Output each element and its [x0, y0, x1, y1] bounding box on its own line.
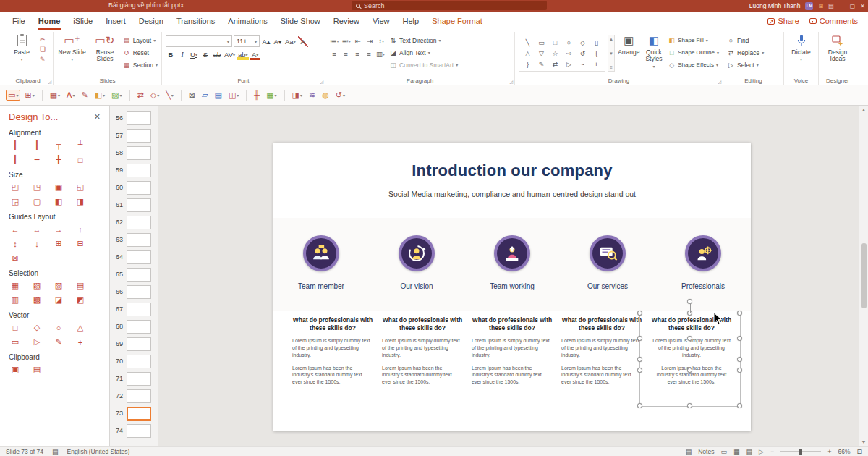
guides-layout-tool-2-icon[interactable]: →: [54, 224, 64, 234]
format-painter-button[interactable]: ✎: [40, 55, 46, 64]
numbering-button[interactable]: ≕▾: [341, 35, 352, 46]
clipboard-tool-0-icon[interactable]: ▣: [10, 365, 20, 374]
thumbnail-slide-60[interactable]: [127, 181, 151, 195]
italic-button[interactable]: I: [177, 49, 187, 60]
shape-tool[interactable]: ◇▾: [148, 90, 161, 101]
tab-design[interactable]: Design: [132, 12, 170, 30]
scroll-up-icon[interactable]: ▲: [861, 107, 867, 112]
selection-handle[interactable]: [637, 403, 642, 408]
thumbnail-row-62[interactable]: 62: [110, 214, 158, 231]
share-button[interactable]: ↗ Share: [767, 17, 799, 25]
shape-gallery-item-6[interactable]: △: [521, 48, 535, 59]
shape-gallery-item-8[interactable]: ☆: [548, 48, 562, 59]
align-text-button[interactable]: ◪Align Text▾: [389, 47, 458, 58]
slide-item-professionals[interactable]: Professionals: [682, 235, 724, 290]
size-tool-0-icon[interactable]: ◰: [10, 182, 20, 192]
guides-layout-tool-5-icon[interactable]: ↓: [32, 239, 42, 248]
thumbnail-slide-61[interactable]: [127, 198, 151, 212]
line-tool[interactable]: ╲▾: [163, 90, 176, 101]
selection-tool-1-icon[interactable]: ▧: [32, 281, 42, 290]
thumbnail-slide-70[interactable]: [127, 355, 151, 368]
zoom-slider-thumb[interactable]: [799, 449, 802, 455]
tab-transitions[interactable]: Transitions: [170, 12, 221, 30]
language-indicator[interactable]: English (United States): [67, 448, 130, 455]
reading-view-icon[interactable]: ▤: [746, 448, 752, 455]
thumbnail-slide-67[interactable]: [127, 303, 151, 316]
thumbnail-slide-74[interactable]: [127, 424, 151, 438]
shape-gallery-item-5[interactable]: ▯: [590, 37, 603, 48]
shape-gallery-item-14[interactable]: ⇄: [548, 59, 562, 69]
thumbnail-slide-64[interactable]: [127, 250, 151, 264]
shape-gallery-item-1[interactable]: ▭: [535, 37, 548, 48]
clipboard-dialog-launcher[interactable]: ◿: [48, 79, 51, 84]
size-tool-7-icon[interactable]: ◨: [75, 197, 85, 206]
thumbnail-row-58[interactable]: 58: [110, 144, 158, 161]
character-spacing-button[interactable]: AV▾: [224, 49, 236, 60]
zoom-level[interactable]: 66%: [838, 448, 850, 455]
tab-help[interactable]: Help: [396, 12, 426, 30]
shape-gallery-item-11[interactable]: {: [590, 48, 603, 59]
thumbnail-slide-65[interactable]: [127, 268, 151, 282]
table-tool[interactable]: ⊞▾: [22, 90, 36, 101]
thumbnail-row-57[interactable]: 57: [110, 127, 158, 144]
select-button[interactable]: ▷Select▾: [727, 59, 764, 70]
vector-tool-3-icon[interactable]: △: [75, 323, 85, 332]
align-right-button[interactable]: ≡: [352, 48, 362, 59]
thumbnail-row-71[interactable]: 71: [110, 370, 158, 387]
reset-button[interactable]: ↺Reset: [123, 47, 158, 58]
size-tool-3-icon[interactable]: ◱: [75, 182, 85, 192]
thumbnail-row-67[interactable]: 67: [110, 300, 158, 318]
vector-tool-5-icon[interactable]: ▷: [32, 337, 42, 347]
thumbnail-row-68[interactable]: 68: [110, 318, 158, 335]
zoom-in-icon[interactable]: +: [827, 448, 831, 455]
font-dialog-launcher[interactable]: ◿: [320, 79, 323, 84]
fill-color-tool[interactable]: ◧▾: [93, 90, 107, 101]
thumbnail-row-73[interactable]: 73: [110, 405, 158, 422]
selection-tool-5-icon[interactable]: ▩: [32, 295, 42, 305]
close-button[interactable]: ✕: [860, 3, 865, 9]
bold-button[interactable]: B: [166, 49, 176, 60]
theme-tool[interactable]: ◍: [320, 90, 331, 101]
tab-islide[interactable]: iSlide: [67, 12, 99, 30]
strikethrough-button[interactable]: S: [200, 49, 210, 60]
paragraph-dialog-launcher[interactable]: ◿: [509, 79, 513, 84]
thumbnail-row-66[interactable]: 66: [110, 283, 158, 300]
font-color-tool[interactable]: A▾: [64, 90, 77, 101]
shape-gallery-item-0[interactable]: ╲: [521, 37, 535, 48]
selection-tool-3-icon[interactable]: ▤: [75, 281, 85, 290]
search-box[interactable]: Search: [352, 1, 547, 10]
text-shadow-button[interactable]: ab: [212, 49, 222, 60]
paste-button[interactable]: Paste ▾: [7, 33, 37, 75]
font-name-combo[interactable]: ▾: [166, 35, 232, 47]
replace-button[interactable]: ⇄Replace▾: [727, 47, 764, 58]
thumbnail-row-56[interactable]: 56: [110, 109, 158, 127]
alignment-tool-7-icon[interactable]: □: [75, 155, 85, 164]
alignment-tool-3-icon[interactable]: ┷: [75, 140, 85, 150]
tab-file[interactable]: File: [6, 12, 32, 30]
thumbnail-row-72[interactable]: 72: [110, 387, 158, 405]
size-tool-5-icon[interactable]: ▢: [32, 197, 42, 206]
clipboard-tool-1-icon[interactable]: ▤: [32, 365, 42, 374]
shape-gallery-item-10[interactable]: ↺: [576, 48, 590, 59]
guides-layout-tool-1-icon[interactable]: ↔: [32, 224, 42, 234]
tab-insert[interactable]: Insert: [99, 12, 132, 30]
shape-fill-button[interactable]: ◧Shape Fill▾: [668, 35, 719, 46]
thumbnail-row-61[interactable]: 61: [110, 196, 158, 214]
alignment-tool-5-icon[interactable]: ━: [32, 155, 42, 164]
thumbnail-slide-66[interactable]: [127, 285, 151, 299]
slide-subtitle[interactable]: Social Media marketing, compliance and h…: [273, 190, 751, 198]
convert-smartart-button[interactable]: ◫Convert to SmartArt▾: [389, 59, 458, 70]
maximize-button[interactable]: ▢: [850, 3, 856, 9]
highlight-color-button[interactable]: ab▾: [237, 49, 249, 60]
alignment-tool-1-icon[interactable]: ┨: [32, 140, 42, 150]
size-tool-1-icon[interactable]: ◳: [32, 182, 42, 192]
dictate-button[interactable]: Dictate ▾: [788, 33, 814, 75]
vector-tool-0-icon[interactable]: □: [10, 323, 20, 332]
zoom-out-icon[interactable]: −: [770, 448, 774, 455]
shape-gallery-scroll[interactable]: ▲▼≡: [608, 35, 615, 72]
vector-tool-4-icon[interactable]: ▭: [10, 337, 20, 347]
change-case-button[interactable]: Aa▾: [284, 36, 297, 47]
shape-gallery-item-7[interactable]: ▽: [535, 48, 548, 59]
meet-now-icon[interactable]: ⊞: [818, 3, 823, 9]
ribbon-display-options-icon[interactable]: ▤: [828, 3, 834, 9]
